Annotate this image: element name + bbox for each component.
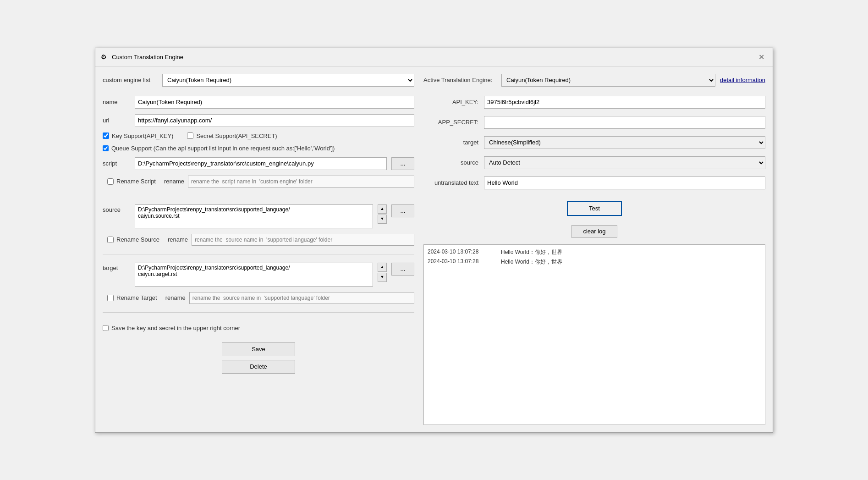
target-path-label: target	[103, 263, 130, 271]
queue-support-checkbox[interactable]	[103, 145, 109, 151]
log-message-1: Hello World：你好，世界	[501, 248, 562, 256]
url-label: url	[103, 117, 130, 124]
app-secret-row: APP_SECRET:	[423, 116, 765, 129]
untranslated-text-row: untranslated text	[423, 177, 765, 189]
secret-support-label[interactable]: Secret Support(API_SECRET)	[187, 132, 277, 139]
untranslated-text-input[interactable]	[484, 177, 765, 189]
url-row: url	[103, 114, 414, 127]
custom-engine-list-select[interactable]: Caiyun(Token Required)	[162, 74, 414, 87]
script-browse-button[interactable]: ...	[391, 157, 414, 170]
save-button[interactable]: Save	[222, 342, 295, 356]
active-engine-label: Active Translation Engine:	[423, 77, 497, 83]
test-button[interactable]: Test	[567, 201, 622, 216]
titlebar: ⚙ Custom Translation Engine ✕	[95, 48, 773, 66]
rename-target-row: Rename Target rename	[103, 292, 414, 304]
action-buttons: Save Delete	[103, 342, 414, 374]
save-key-secret-checkbox[interactable]	[103, 325, 109, 331]
name-label: name	[103, 99, 130, 105]
delete-button[interactable]: Delete	[222, 360, 295, 374]
rename-script-checkbox-label[interactable]: Rename Script	[107, 178, 156, 185]
target-path-textarea[interactable]: D:\PycharmProjects\renpy_translator\src\…	[135, 263, 373, 287]
content-area: custom engine list Caiyun(Token Required…	[95, 66, 773, 432]
log-timestamp-1: 2024-03-10 13:07:28	[428, 248, 492, 256]
rename-script-row: Rename Script rename	[103, 176, 414, 188]
source-language-label: source	[423, 159, 478, 166]
main-window: ⚙ Custom Translation Engine ✕ custom eng…	[95, 48, 773, 433]
queue-support-row[interactable]: Queue Support (Can the api support list …	[103, 145, 414, 152]
rename-script-input[interactable]	[188, 176, 414, 188]
custom-engine-list-label: custom engine list	[103, 77, 158, 83]
script-input[interactable]	[135, 157, 387, 170]
url-input[interactable]	[135, 114, 414, 127]
app-secret-input[interactable]	[484, 116, 765, 129]
log-message-2: Hello World：你好，世界	[501, 258, 562, 266]
test-button-row: Test	[423, 199, 765, 216]
source-scroll-down[interactable]: ▼	[378, 215, 387, 224]
rename-target-checkbox-label[interactable]: Rename Target	[107, 294, 157, 301]
app-secret-label: APP_SECRET:	[423, 119, 478, 126]
target-path-row: target D:\PycharmProjects\renpy_translat…	[103, 263, 414, 287]
source-path-textarea[interactable]: D:\PycharmProjects\renpy_translator\src\…	[135, 204, 373, 228]
log-entry: 2024-03-10 13:07:28 Hello World：你好，世界	[428, 248, 761, 256]
source-language-row: source Auto Detect	[423, 156, 765, 169]
source-language-select[interactable]: Auto Detect	[484, 156, 765, 169]
name-row: name	[103, 96, 414, 109]
detail-info-link[interactable]: detail information	[720, 77, 765, 83]
target-scroll-down[interactable]: ▼	[378, 273, 387, 282]
target-browse-button[interactable]: ...	[391, 263, 414, 276]
left-panel: custom engine list Caiyun(Token Required…	[103, 74, 414, 425]
script-row: script ...	[103, 157, 414, 170]
rename-source-row: Rename Source rename	[103, 234, 414, 246]
api-key-label: API_KEY:	[423, 99, 478, 105]
rename-script-checkbox[interactable]	[107, 178, 114, 185]
name-input[interactable]	[135, 96, 414, 109]
window-icon: ⚙	[101, 53, 108, 61]
window-title: Custom Translation Engine	[112, 54, 183, 61]
script-label: script	[103, 160, 130, 167]
clear-log-button[interactable]: clear log	[571, 225, 617, 238]
clear-log-row: clear log	[423, 225, 765, 238]
untranslated-text-label: untranslated text	[423, 179, 478, 186]
rename-target-checkbox[interactable]	[107, 295, 114, 301]
active-engine-row: Active Translation Engine: Caiyun(Token …	[423, 74, 765, 87]
key-support-checkbox[interactable]	[103, 132, 109, 139]
key-support-label[interactable]: Key Support(API_KEY)	[103, 132, 173, 139]
active-engine-select[interactable]: Caiyun(Token Required)	[501, 74, 715, 87]
close-button[interactable]: ✕	[756, 52, 767, 62]
source-browse-button[interactable]: ...	[391, 204, 414, 217]
source-scroll-up[interactable]: ▲	[378, 204, 387, 214]
target-scroll-up[interactable]: ▲	[378, 263, 387, 272]
source-path-row: source D:\PycharmProjects\renpy_translat…	[103, 204, 414, 228]
rename-target-input[interactable]	[189, 292, 414, 304]
log-timestamp-2: 2024-03-10 13:07:28	[428, 258, 492, 266]
target-language-select[interactable]: Chinese(Simplified)	[484, 136, 765, 149]
rename-source-checkbox-label[interactable]: Rename Source	[107, 236, 159, 243]
right-panel: Active Translation Engine: Caiyun(Token …	[423, 74, 765, 425]
titlebar-left: ⚙ Custom Translation Engine	[101, 53, 183, 61]
custom-engine-list-row: custom engine list Caiyun(Token Required…	[103, 74, 414, 87]
log-entry: 2024-03-10 13:07:28 Hello World：你好，世界	[428, 258, 761, 266]
rename-source-checkbox[interactable]	[107, 237, 114, 243]
rename-script-rename-label: rename	[164, 178, 184, 185]
rename-source-rename-label: rename	[168, 236, 188, 243]
rename-source-input[interactable]	[192, 234, 414, 246]
rename-target-rename-label: rename	[165, 294, 186, 301]
secret-support-checkbox[interactable]	[187, 132, 193, 139]
api-key-input[interactable]	[484, 96, 765, 109]
target-language-row: target Chinese(Simplified)	[423, 136, 765, 149]
source-path-label: source	[103, 204, 130, 213]
source-scroll-controls: ▲ ▼	[378, 204, 387, 224]
log-area: 2024-03-10 13:07:28 Hello World：你好，世界 20…	[423, 244, 765, 425]
key-secret-row: Key Support(API_KEY) Secret Support(API_…	[103, 132, 414, 139]
target-language-label: target	[423, 139, 478, 146]
target-scroll-controls: ▲ ▼	[378, 263, 387, 282]
save-key-secret-row[interactable]: Save the key and secret in the upper rig…	[103, 325, 414, 331]
api-key-row: API_KEY:	[423, 96, 765, 109]
